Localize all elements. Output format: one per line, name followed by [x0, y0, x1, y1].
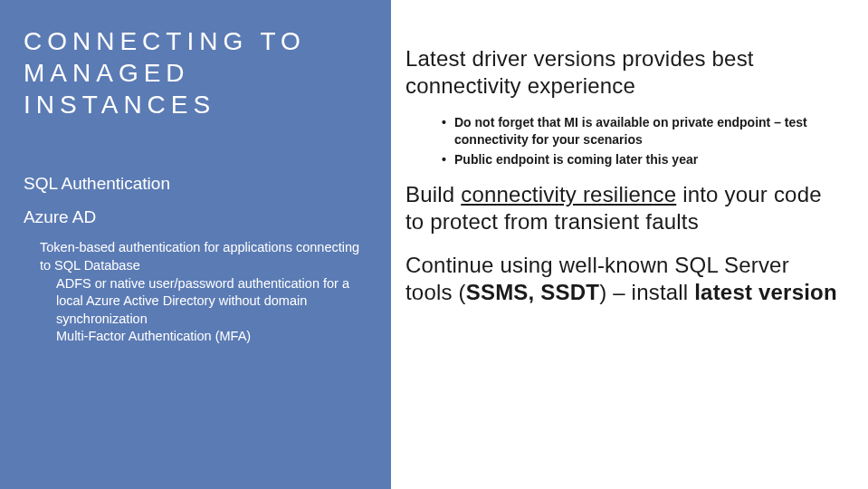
auth-heading-azuread: Azure AD [24, 206, 371, 229]
auth-body-token: Token-based authentication for applicati… [24, 239, 371, 274]
heading-tools-mid: ) – install [599, 280, 694, 304]
heading-tools-bold2: latest version [694, 280, 837, 304]
auth-heading-sql: SQL Authentication [24, 173, 371, 196]
left-panel: CONNECTING TO MANAGED INSTANCES SQL Auth… [0, 0, 391, 489]
bullet-list: Do not forget that MI is available on pr… [405, 114, 841, 168]
heading-resilience-pre: Build [405, 182, 461, 206]
auth-body-adfs: ADFS or native user/password authenticat… [24, 275, 371, 329]
heading-tools-bold1: SSMS, SSDT [466, 280, 599, 304]
auth-body-mfa: Multi-Factor Authentication (MFA) [24, 328, 371, 346]
right-panel: Latest driver versions provides best con… [391, 0, 868, 489]
heading-tools: Continue using well-known SQL Server too… [405, 252, 841, 306]
heading-resilience: Build connectivity resilience into your … [405, 181, 841, 235]
bullet-public-endpoint: Public endpoint is coming later this yea… [442, 151, 841, 168]
heading-drivers: Latest driver versions provides best con… [405, 45, 841, 100]
slide-title: CONNECTING TO MANAGED INSTANCES [24, 25, 371, 120]
bullet-private-endpoint: Do not forget that MI is available on pr… [442, 114, 841, 149]
connectivity-resilience-link[interactable]: connectivity resilience [461, 182, 676, 206]
